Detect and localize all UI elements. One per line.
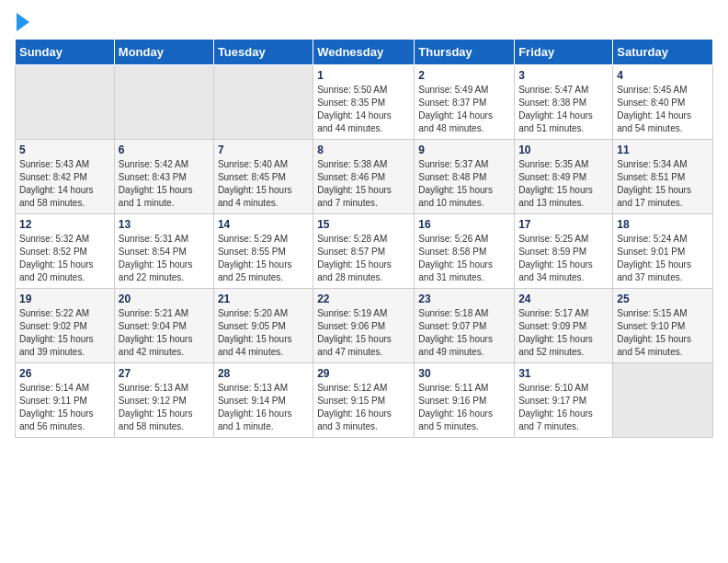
- week-row-2: 5Sunrise: 5:43 AM Sunset: 8:42 PM Daylig…: [16, 140, 713, 214]
- calendar-cell: 24Sunrise: 5:17 AM Sunset: 9:09 PM Dayli…: [515, 289, 613, 363]
- logo: [15, 15, 29, 31]
- day-info: Sunrise: 5:42 AM Sunset: 8:43 PM Dayligh…: [119, 158, 210, 210]
- days-header-row: SundayMondayTuesdayWednesdayThursdayFrid…: [16, 40, 713, 65]
- day-number: 24: [518, 293, 609, 305]
- header-friday: Friday: [515, 40, 613, 65]
- calendar-cell: 31Sunrise: 5:10 AM Sunset: 9:17 PM Dayli…: [515, 363, 613, 438]
- calendar-cell: 29Sunrise: 5:12 AM Sunset: 9:15 PM Dayli…: [313, 363, 415, 438]
- page-header: [15, 15, 713, 31]
- header-wednesday: Wednesday: [313, 40, 415, 65]
- day-number: 26: [19, 367, 110, 380]
- day-info: Sunrise: 5:40 AM Sunset: 8:45 PM Dayligh…: [218, 158, 309, 210]
- calendar-cell: 7Sunrise: 5:40 AM Sunset: 8:45 PM Daylig…: [213, 140, 313, 214]
- calendar-cell: 3Sunrise: 5:47 AM Sunset: 8:38 PM Daylig…: [515, 65, 613, 140]
- calendar-cell: 18Sunrise: 5:24 AM Sunset: 9:01 PM Dayli…: [613, 214, 713, 289]
- day-info: Sunrise: 5:24 AM Sunset: 9:01 PM Dayligh…: [617, 233, 709, 284]
- day-number: 12: [19, 218, 110, 231]
- day-info: Sunrise: 5:43 AM Sunset: 8:42 PM Dayligh…: [19, 158, 110, 210]
- day-number: 31: [518, 367, 609, 380]
- day-number: 7: [218, 144, 309, 156]
- day-info: Sunrise: 5:12 AM Sunset: 9:15 PM Dayligh…: [317, 382, 410, 433]
- day-number: 4: [617, 69, 709, 82]
- calendar-cell: 8Sunrise: 5:38 AM Sunset: 8:46 PM Daylig…: [313, 140, 415, 214]
- day-info: Sunrise: 5:50 AM Sunset: 8:35 PM Dayligh…: [317, 84, 410, 135]
- day-number: 27: [119, 367, 210, 380]
- day-number: 11: [617, 144, 709, 156]
- day-number: 2: [418, 69, 510, 82]
- day-number: 17: [518, 218, 609, 231]
- day-number: 1: [317, 69, 410, 82]
- day-info: Sunrise: 5:19 AM Sunset: 9:06 PM Dayligh…: [317, 307, 410, 359]
- day-info: Sunrise: 5:14 AM Sunset: 9:11 PM Dayligh…: [19, 382, 110, 433]
- day-number: 8: [317, 144, 410, 156]
- day-number: 5: [19, 144, 110, 156]
- calendar-cell: 6Sunrise: 5:42 AM Sunset: 8:43 PM Daylig…: [114, 140, 213, 214]
- day-info: Sunrise: 5:37 AM Sunset: 8:48 PM Dayligh…: [418, 158, 510, 210]
- day-info: Sunrise: 5:25 AM Sunset: 8:59 PM Dayligh…: [518, 233, 609, 284]
- calendar-cell: 26Sunrise: 5:14 AM Sunset: 9:11 PM Dayli…: [16, 363, 115, 438]
- day-number: 30: [418, 367, 510, 380]
- day-number: 9: [418, 144, 510, 156]
- day-number: 15: [317, 218, 410, 231]
- day-number: 29: [317, 367, 410, 380]
- day-number: 21: [218, 293, 309, 305]
- calendar-cell: 28Sunrise: 5:13 AM Sunset: 9:14 PM Dayli…: [213, 363, 313, 438]
- day-info: Sunrise: 5:22 AM Sunset: 9:02 PM Dayligh…: [19, 307, 110, 359]
- calendar-cell: 12Sunrise: 5:32 AM Sunset: 8:52 PM Dayli…: [16, 214, 115, 289]
- calendar-cell: 11Sunrise: 5:34 AM Sunset: 8:51 PM Dayli…: [613, 140, 713, 214]
- calendar-cell: 14Sunrise: 5:29 AM Sunset: 8:55 PM Dayli…: [213, 214, 313, 289]
- day-number: 19: [19, 293, 110, 305]
- calendar-cell: 10Sunrise: 5:35 AM Sunset: 8:49 PM Dayli…: [515, 140, 613, 214]
- day-info: Sunrise: 5:26 AM Sunset: 8:58 PM Dayligh…: [418, 233, 510, 284]
- day-info: Sunrise: 5:13 AM Sunset: 9:14 PM Dayligh…: [218, 382, 309, 433]
- day-number: 25: [617, 293, 709, 305]
- day-info: Sunrise: 5:20 AM Sunset: 9:05 PM Dayligh…: [218, 307, 309, 359]
- week-row-5: 26Sunrise: 5:14 AM Sunset: 9:11 PM Dayli…: [16, 363, 713, 438]
- day-info: Sunrise: 5:38 AM Sunset: 8:46 PM Dayligh…: [317, 158, 410, 210]
- header-sunday: Sunday: [16, 40, 115, 65]
- header-monday: Monday: [114, 40, 213, 65]
- day-info: Sunrise: 5:28 AM Sunset: 8:57 PM Dayligh…: [317, 233, 410, 284]
- header-thursday: Thursday: [415, 40, 515, 65]
- calendar-cell: 30Sunrise: 5:11 AM Sunset: 9:16 PM Dayli…: [415, 363, 515, 438]
- day-info: Sunrise: 5:15 AM Sunset: 9:10 PM Dayligh…: [617, 307, 709, 359]
- week-row-3: 12Sunrise: 5:32 AM Sunset: 8:52 PM Dayli…: [16, 214, 713, 289]
- day-number: 13: [119, 218, 210, 231]
- day-number: 14: [218, 218, 309, 231]
- calendar-cell: 4Sunrise: 5:45 AM Sunset: 8:40 PM Daylig…: [613, 65, 713, 140]
- day-info: Sunrise: 5:21 AM Sunset: 9:04 PM Dayligh…: [119, 307, 210, 359]
- day-info: Sunrise: 5:11 AM Sunset: 9:16 PM Dayligh…: [418, 382, 510, 433]
- calendar-cell: 27Sunrise: 5:13 AM Sunset: 9:12 PM Dayli…: [114, 363, 213, 438]
- day-number: 22: [317, 293, 410, 305]
- day-number: 6: [119, 144, 210, 156]
- header-saturday: Saturday: [613, 40, 713, 65]
- day-number: 18: [617, 218, 709, 231]
- day-number: 23: [418, 293, 510, 305]
- calendar-cell: 17Sunrise: 5:25 AM Sunset: 8:59 PM Dayli…: [515, 214, 613, 289]
- week-row-1: 1Sunrise: 5:50 AM Sunset: 8:35 PM Daylig…: [16, 65, 713, 140]
- day-info: Sunrise: 5:10 AM Sunset: 9:17 PM Dayligh…: [518, 382, 609, 433]
- calendar-cell: [613, 363, 713, 438]
- day-info: Sunrise: 5:47 AM Sunset: 8:38 PM Dayligh…: [518, 84, 609, 135]
- day-number: 28: [218, 367, 309, 380]
- day-info: Sunrise: 5:13 AM Sunset: 9:12 PM Dayligh…: [119, 382, 210, 433]
- day-info: Sunrise: 5:32 AM Sunset: 8:52 PM Dayligh…: [19, 233, 110, 284]
- day-number: 10: [518, 144, 609, 156]
- calendar-table: SundayMondayTuesdayWednesdayThursdayFrid…: [15, 39, 713, 438]
- calendar-cell: 15Sunrise: 5:28 AM Sunset: 8:57 PM Dayli…: [313, 214, 415, 289]
- logo-arrow-icon: [17, 13, 29, 31]
- header-tuesday: Tuesday: [213, 40, 313, 65]
- calendar-cell: 19Sunrise: 5:22 AM Sunset: 9:02 PM Dayli…: [16, 289, 115, 363]
- day-info: Sunrise: 5:18 AM Sunset: 9:07 PM Dayligh…: [418, 307, 510, 359]
- day-info: Sunrise: 5:29 AM Sunset: 8:55 PM Dayligh…: [218, 233, 309, 284]
- day-info: Sunrise: 5:35 AM Sunset: 8:49 PM Dayligh…: [518, 158, 609, 210]
- day-info: Sunrise: 5:17 AM Sunset: 9:09 PM Dayligh…: [518, 307, 609, 359]
- calendar-cell: 16Sunrise: 5:26 AM Sunset: 8:58 PM Dayli…: [415, 214, 515, 289]
- day-info: Sunrise: 5:31 AM Sunset: 8:54 PM Dayligh…: [119, 233, 210, 284]
- day-info: Sunrise: 5:45 AM Sunset: 8:40 PM Dayligh…: [617, 84, 709, 135]
- calendar-cell: [213, 65, 313, 140]
- week-row-4: 19Sunrise: 5:22 AM Sunset: 9:02 PM Dayli…: [16, 289, 713, 363]
- calendar-cell: 5Sunrise: 5:43 AM Sunset: 8:42 PM Daylig…: [16, 140, 115, 214]
- day-number: 16: [418, 218, 510, 231]
- calendar-cell: 13Sunrise: 5:31 AM Sunset: 8:54 PM Dayli…: [114, 214, 213, 289]
